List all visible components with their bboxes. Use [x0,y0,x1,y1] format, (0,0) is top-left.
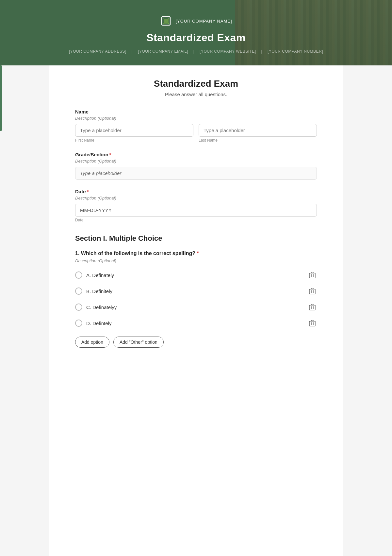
add-option-button[interactable]: Add option [75,337,109,348]
name-field-group: Name Description (Optional) First Name L… [75,109,317,143]
option-row-c: C. Definatelyy [75,299,317,315]
delete-option-c-button[interactable] [308,303,317,312]
add-other-option-button[interactable]: Add "Other" option [113,337,164,348]
date-description: Description (Optional) [75,196,317,200]
name-row: First Name Last Name [75,124,317,143]
option-row-a: A. Definately [75,267,317,283]
radio-option-c[interactable] [75,304,82,311]
option-a-text: A. Definately [86,272,114,278]
first-name-sub-label: First Name [75,138,193,143]
first-name-col: First Name [75,124,193,143]
radio-option-a[interactable] [75,271,82,279]
options-list: A. Definately B. D [75,267,317,331]
svg-rect-2 [164,19,168,23]
grade-description: Description (Optional) [75,159,317,164]
date-field-label: Date* [75,189,317,194]
question-1-description: Description (Optional) [75,258,317,263]
grade-input[interactable] [75,167,317,180]
radio-option-b[interactable] [75,287,82,295]
svg-rect-5 [309,305,315,310]
page-header: [YOUR COMPANY NAME] Standardized Exam [Y… [0,0,392,65]
add-options-row: Add option Add "Other" option [75,337,317,348]
first-name-input[interactable] [75,124,193,137]
question-1-title: 1. Which of the following is the correct… [75,251,317,256]
left-accent-bar [0,65,2,131]
logo-area: [YOUR COMPANY NAME] [160,15,232,28]
form-title: Standardized Exam [75,78,317,89]
company-name-label: [YOUR COMPANY NAME] [175,19,232,24]
option-row-b: B. Definitely [75,283,317,299]
option-d-text: D. Defintely [86,321,112,326]
header-title: Standardized Exam [146,32,246,44]
delete-option-b-button[interactable] [308,287,317,296]
last-name-col: Last Name [199,124,317,143]
date-field-group: Date* Description (Optional) Date [75,189,317,222]
header-contact: [YOUR COMPANY ADDRESS] | [YOUR COMPANY E… [67,49,325,54]
last-name-sub-label: Last Name [199,138,317,143]
grade-field-group: Grade/Section* Description (Optional) [75,152,317,180]
delete-option-d-button[interactable] [308,319,317,328]
section1-title: Section I. Multiple Choice [75,234,317,243]
form-subtitle: Please answer all questions. [75,92,317,97]
main-form: Standardized Exam Please answer all ques… [49,65,343,556]
name-description: Description (Optional) [75,116,317,121]
radio-option-d[interactable] [75,320,82,327]
option-b-text: B. Definitely [86,288,112,294]
option-c-text: C. Definatelyy [86,304,117,310]
option-row-d: D. Defintely [75,315,317,331]
company-logo-icon [160,15,173,28]
date-input[interactable] [75,204,317,217]
svg-rect-3 [309,273,315,278]
name-field-label: Name [75,109,317,114]
grade-field-label: Grade/Section* [75,152,317,157]
delete-option-a-button[interactable] [308,270,317,280]
question-1-group: 1. Which of the following is the correct… [75,251,317,348]
date-sub-label: Date [75,218,317,222]
svg-rect-4 [309,289,315,294]
svg-rect-6 [309,321,315,326]
last-name-input[interactable] [199,124,317,137]
